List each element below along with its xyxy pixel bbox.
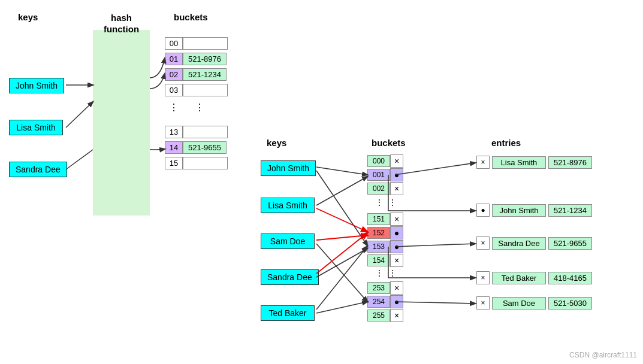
rbucket-151: 151 × <box>367 213 403 226</box>
right-buckets-label: buckets <box>372 138 406 148</box>
svg-line-11 <box>316 302 367 313</box>
left-buckets-label: buckets <box>174 12 208 23</box>
rbucket-dots2: ⋮ ⋮ <box>375 268 397 278</box>
left-keys-label: keys <box>18 12 38 23</box>
svg-line-13 <box>395 163 475 175</box>
entry-lisa-smith: × Lisa Smith 521-8976 <box>476 156 592 169</box>
right-keys-label: keys <box>267 138 286 148</box>
rbucket-dots1: ⋮ ⋮ <box>375 198 397 207</box>
rbucket-253: 253 × <box>367 281 403 295</box>
bucket-15: 15 <box>165 157 228 169</box>
rkey-john-smith: John Smith <box>261 160 316 176</box>
svg-line-6 <box>316 208 367 232</box>
bucket-02: 02 521-1234 <box>165 68 227 81</box>
right-entries-label: entries <box>491 138 521 148</box>
entry-sam-doe: × Sam Doe 521-5030 <box>476 296 592 310</box>
svg-line-7 <box>316 235 367 240</box>
rkey-sandra-dee: Sandra Dee <box>261 269 319 285</box>
key-sandra-dee: Sandra Dee <box>9 162 67 177</box>
rbucket-154: 154 × <box>367 254 403 267</box>
bucket-dots1: ⋮ ⋮ <box>169 102 204 113</box>
svg-line-3 <box>316 167 367 175</box>
svg-line-4 <box>316 171 367 245</box>
svg-line-10 <box>316 233 367 274</box>
rbucket-255: 255 × <box>367 309 403 322</box>
svg-line-14 <box>395 244 475 247</box>
key-lisa-smith: Lisa Smith <box>9 120 63 135</box>
svg-line-8 <box>316 244 367 302</box>
rbucket-153: 153 ● <box>367 240 403 253</box>
svg-line-9 <box>316 248 367 277</box>
rbucket-254: 254 ● <box>367 295 403 308</box>
svg-line-2 <box>66 150 93 169</box>
svg-line-15 <box>395 302 475 304</box>
entry-ted-baker: × Ted Baker 418-4165 <box>476 271 592 284</box>
rbucket-001: 001 ● <box>367 168 403 181</box>
bucket-01: 01 521-8976 <box>165 53 227 65</box>
svg-line-5 <box>316 177 367 205</box>
bucket-03: 03 <box>165 84 228 96</box>
watermark: CSDN @aircraft1111 <box>569 351 637 359</box>
bucket-00: 00 <box>165 37 228 50</box>
left-hash-label: hashfunction <box>93 12 150 35</box>
rbucket-000: 000 × <box>367 154 403 168</box>
bucket-13: 13 <box>165 126 228 138</box>
svg-line-1 <box>66 102 93 128</box>
diagram: keys hashfunction buckets John Smith Lis… <box>0 0 643 364</box>
key-john-smith: John Smith <box>9 78 64 93</box>
entry-john-smith: ● John Smith 521-1234 <box>476 204 592 217</box>
rbucket-152: 152 ● <box>367 226 403 239</box>
rkey-sam-doe: Sam Doe <box>261 233 315 249</box>
hash-function-bg <box>93 30 150 216</box>
entry-sandra-dee: × Sandra Dee 521-9655 <box>476 236 592 250</box>
bucket-14: 14 521-9655 <box>165 141 227 154</box>
rbucket-002: 002 × <box>367 182 403 195</box>
rkey-ted-baker: Ted Baker <box>261 305 315 321</box>
rkey-lisa-smith: Lisa Smith <box>261 198 315 213</box>
svg-line-12 <box>316 246 367 310</box>
